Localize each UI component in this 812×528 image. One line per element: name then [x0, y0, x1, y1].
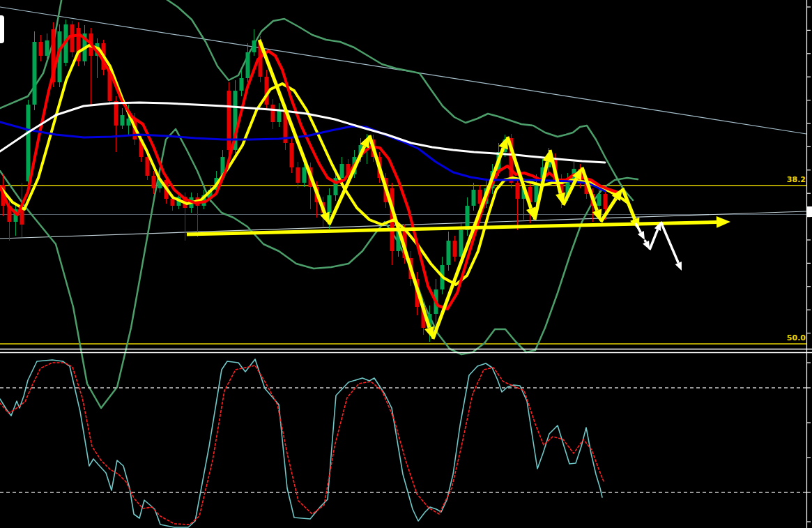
price-chart-canvas[interactable]: [0, 0, 812, 528]
fib-500-label: 50.0: [787, 334, 806, 342]
candle-body: [45, 40, 49, 56]
candle-body: [447, 241, 451, 265]
candle-body: [290, 143, 294, 167]
stochastic-k-line: [0, 359, 602, 527]
zigzag-arrow: [582, 167, 597, 211]
white-projection-arrow: [650, 229, 658, 250]
candle-body: [240, 78, 244, 91]
candle-body: [152, 176, 156, 188]
candle-body: [296, 167, 300, 183]
candle-body: [33, 42, 37, 105]
candle-body: [20, 209, 24, 225]
white-projection-arrow: [645, 240, 646, 242]
candle-body: [478, 190, 482, 204]
candle-body: [453, 241, 457, 257]
candle-body: [171, 199, 175, 206]
left-edge-marker: [0, 15, 4, 43]
candle-body: [252, 40, 256, 52]
candle-body: [114, 101, 118, 126]
candle-body: [459, 230, 464, 257]
candle-body: [227, 91, 231, 150]
fib-382-label: 38.2: [787, 176, 806, 184]
candle-body: [277, 110, 282, 122]
stochastic-d-line: [0, 363, 604, 525]
trading-chart-window: 38.2 50.0: [0, 0, 812, 528]
horizontal-trend-arrow-head: [717, 216, 730, 228]
candle-body: [26, 105, 31, 181]
candle-body: [604, 194, 608, 209]
candle-body: [472, 190, 476, 206]
candle-body: [70, 24, 75, 52]
white-projection-arrow: [661, 222, 678, 263]
band-upper-line: [0, 0, 633, 200]
candle-body: [302, 167, 307, 183]
candle-body: [271, 105, 275, 122]
candle-body: [328, 195, 332, 213]
candle-body: [340, 164, 344, 178]
candle-body: [39, 42, 43, 56]
candle-body: [597, 194, 602, 206]
candle-body: [121, 115, 125, 126]
current-price-marker: [806, 206, 812, 217]
candle-body: [246, 52, 250, 78]
candle-body: [146, 157, 150, 176]
candle-body: [516, 183, 520, 199]
yellow-ma-line: [0, 45, 629, 285]
